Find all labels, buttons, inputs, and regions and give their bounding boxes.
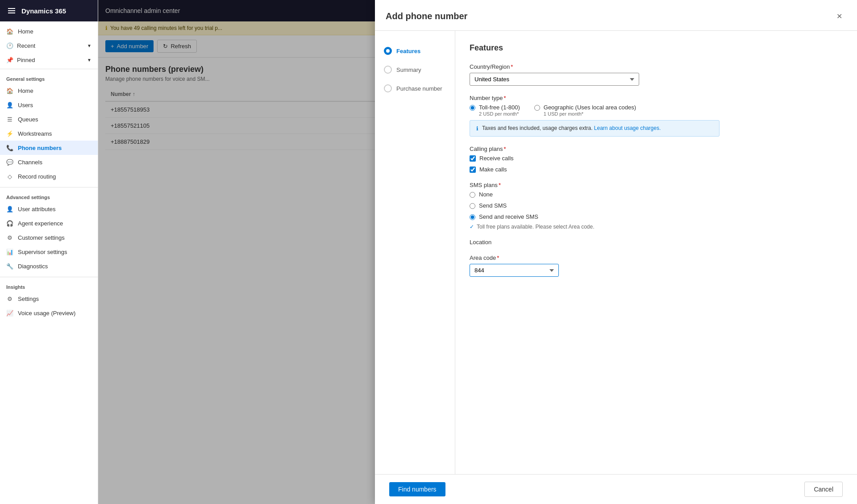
sidebar-item-label: Pinned (17, 57, 35, 63)
sidebar-item-record-routing[interactable]: ◇ Record routing (0, 169, 98, 183)
modal-steps: Features Summary Purchase number (375, 31, 455, 474)
sidebar-item-label: Users (18, 102, 33, 108)
record-routing-icon: ◇ (6, 173, 13, 180)
sidebar-item-users[interactable]: 👤 Users (0, 98, 98, 112)
modal-close-button[interactable]: ✕ (832, 9, 846, 23)
sidebar-item-workstreams[interactable]: ⚡ Workstreams (0, 126, 98, 141)
pin-icon: 📌 (6, 56, 13, 63)
sms-send-receive-label: Send and receive SMS (479, 213, 538, 220)
sidebar-item-pinned[interactable]: 📌 Pinned ▼ (0, 53, 98, 67)
sms-send-radio[interactable] (470, 203, 475, 209)
sms-plans-label: SMS plans* (470, 182, 843, 188)
sidebar-item-diagnostics[interactable]: 🔧 Diagnostics (0, 259, 98, 273)
sidebar-item-voice-usage[interactable]: 📈 Voice usage (Preview) (0, 306, 98, 320)
voice-usage-icon: 📈 (6, 309, 13, 317)
step-purchase-number[interactable]: Purchase number (375, 79, 455, 98)
sidebar: Dynamics 365 🏠 Home 🕐 Recent ▼ 📌 Pinned … (0, 0, 98, 504)
sidebar-item-agent-experience[interactable]: 🎧 Agent experience (0, 216, 98, 230)
step-features-label: Features (396, 48, 420, 54)
sidebar-item-label: Home (18, 28, 33, 35)
toll-free-radio[interactable] (470, 105, 475, 111)
calling-plans-options: Receive calls Make calls (470, 155, 843, 173)
sidebar-item-recent[interactable]: 🕐 Recent ▼ (0, 38, 98, 53)
users-icon: 👤 (6, 101, 13, 108)
number-type-label: Number type* (470, 95, 843, 101)
step-features[interactable]: Features (375, 42, 455, 60)
sms-send-label: Send SMS (479, 202, 507, 209)
area-code-select[interactable]: 844 800 888 877 866 855 833 (470, 264, 559, 277)
sidebar-item-label: Diagnostics (18, 263, 48, 270)
area-code-field: Area code* 844 800 888 877 866 855 833 (470, 254, 843, 277)
step-summary-circle (384, 66, 392, 74)
sidebar-item-user-attributes[interactable]: 👤 User attributes (0, 202, 98, 216)
agent-experience-icon: 🎧 (6, 220, 13, 227)
sidebar-item-home[interactable]: 🏠 Home (0, 24, 98, 38)
sidebar-item-label: Home (18, 87, 33, 94)
sidebar-item-label: Phone numbers (18, 145, 62, 151)
country-region-field: Country/Region* United States Canada Uni… (470, 63, 843, 86)
step-purchase-label: Purchase number (396, 85, 442, 92)
geographic-radio[interactable] (534, 105, 540, 111)
hamburger-menu[interactable] (6, 6, 17, 15)
location-label: Location (470, 239, 843, 246)
sidebar-item-customer-settings[interactable]: ⚙ Customer settings (0, 230, 98, 245)
sidebar-item-label: Record routing (18, 173, 56, 180)
sidebar-item-home2[interactable]: 🏠 Home (0, 83, 98, 98)
sidebar-nav: 🏠 Home 🕐 Recent ▼ 📌 Pinned ▼ General set… (0, 21, 98, 323)
modal-body: Features Summary Purchase number Feature… (375, 31, 857, 474)
sms-none-option: None (470, 191, 843, 198)
diagnostics-icon: 🔧 (6, 262, 13, 270)
modal-form: Features Country/Region* United States C… (455, 31, 857, 474)
receive-calls-label: Receive calls (479, 155, 514, 162)
insights-header: Insights (0, 279, 98, 292)
make-calls-option: Make calls (470, 166, 843, 173)
sidebar-item-supervisor-settings[interactable]: 📊 Supervisor settings (0, 245, 98, 259)
phone-numbers-icon: 📞 (6, 144, 13, 151)
step-purchase-circle (384, 84, 392, 92)
location-field: Location (470, 239, 843, 246)
toll-free-note: Toll free plans available. Please select… (470, 224, 843, 230)
toll-free-sublabel: 2 USD per month* (479, 111, 520, 117)
number-type-toll-free: Toll-free (1-800) 2 USD per month* (470, 104, 520, 117)
number-type-geographic: Geographic (Uses local area codes) 1 USD… (534, 104, 636, 117)
sidebar-header: Dynamics 365 (0, 0, 98, 21)
sidebar-item-label: User attributes (18, 206, 56, 212)
home-icon: 🏠 (6, 28, 13, 35)
geographic-label: Geographic (Uses local area codes) (544, 104, 636, 111)
sidebar-item-settings[interactable]: ⚙ Settings (0, 292, 98, 306)
sms-send-receive-radio[interactable] (470, 214, 475, 220)
step-features-circle (384, 47, 392, 55)
receive-calls-checkbox[interactable] (470, 155, 476, 162)
find-numbers-button[interactable]: Find numbers (389, 482, 445, 496)
receive-calls-option: Receive calls (470, 155, 843, 162)
advanced-settings-header: Advanced settings (0, 189, 98, 202)
general-settings-header: General settings (0, 71, 98, 83)
calling-plans-field: Calling plans* Receive calls Make calls (470, 146, 843, 173)
sidebar-item-queues[interactable]: ☰ Queues (0, 112, 98, 126)
sms-send-receive-option: Send and receive SMS (470, 213, 843, 220)
sms-plans-options: None Send SMS Send and receive SMS (470, 191, 843, 220)
sidebar-item-phone-numbers[interactable]: 📞 Phone numbers (0, 141, 98, 155)
settings-icon: ⚙ (6, 295, 13, 302)
customer-settings-icon: ⚙ (6, 234, 13, 241)
sidebar-item-channels[interactable]: 💬 Channels (0, 155, 98, 169)
queues-icon: ☰ (6, 116, 13, 123)
sidebar-item-label: Settings (18, 296, 39, 302)
make-calls-checkbox[interactable] (470, 167, 476, 173)
usage-charges-link[interactable]: Learn about usage charges. (594, 125, 661, 131)
add-phone-number-panel: Add phone number ✕ Features Summary Purc… (375, 0, 857, 504)
chevron-down-icon: ▼ (87, 58, 92, 62)
sidebar-item-label: Channels (18, 159, 42, 166)
sms-plans-field: SMS plans* None Send SMS Send and receiv… (470, 182, 843, 230)
number-type-options: Toll-free (1-800) 2 USD per month* Geogr… (470, 104, 843, 117)
sidebar-item-label: Customer settings (18, 234, 65, 241)
step-summary-label: Summary (396, 67, 421, 73)
cancel-button[interactable]: Cancel (804, 482, 843, 497)
sidebar-item-label: Supervisor settings (18, 249, 67, 255)
sidebar-item-label: Recent (17, 42, 35, 49)
step-summary[interactable]: Summary (375, 60, 455, 79)
country-region-select[interactable]: United States Canada United Kingdom (470, 73, 639, 86)
toll-free-label: Toll-free (1-800) (479, 104, 520, 111)
sms-none-radio[interactable] (470, 192, 475, 198)
form-section-title: Features (470, 43, 843, 53)
